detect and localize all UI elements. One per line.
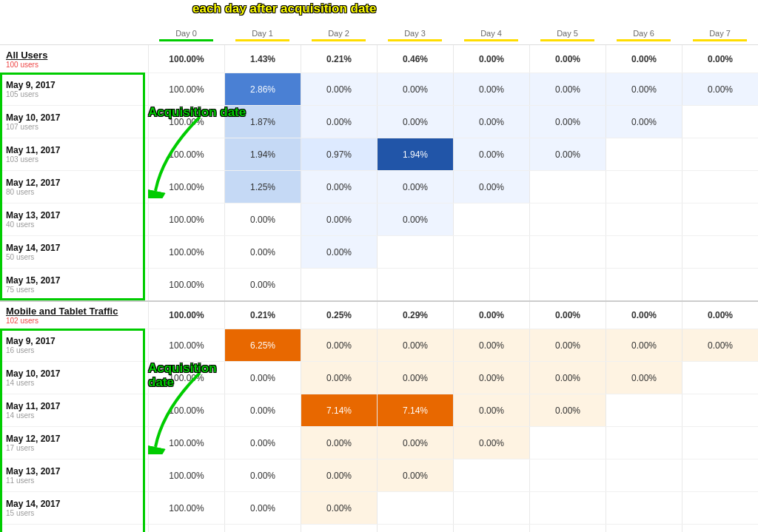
s1-row-3: May 12, 2017 80 users 100.00% 1.25% 0.00… [0,170,758,203]
s1-sum-6: 0.00% [606,45,682,73]
s2-sum-0: 100.00% [148,302,224,329]
s2-sum-2: 0.25% [301,302,377,329]
s2-row-6: May 15, 2017 15 users 100.00% 0.00% [0,524,758,532]
day3-header: Day 3 [377,29,453,44]
s2-sum-3: 0.29% [377,302,453,329]
s1-sum-5: 0.00% [529,45,606,73]
s2-sum-5: 0.00% [529,302,606,329]
day4-header: Day 4 [453,29,529,44]
section2: Mobile and Tablet Traffic 102 users 100.… [0,300,758,532]
s1-row-2: May 11, 2017 103 users 100.00% 1.94% 0.9… [0,138,758,170]
s2-row-2: May 11, 2017 14 users 100.00% 0.00% 7.14… [0,394,758,426]
s1-row-0: May 9, 2017 105 users 100.00% 2.86% 0.00… [0,73,758,105]
s1-row-4: May 13, 2017 40 users 100.00% 0.00% 0.00… [0,203,758,235]
day0-header: Day 0 [148,29,224,44]
s1-sum-3: 0.46% [377,45,453,73]
s2-sum-6: 0.00% [606,302,682,329]
s2-sum-1: 0.21% [224,302,301,329]
s1-sum-2: 0.21% [301,45,377,73]
page-wrapper: each day after acquisition date Day 0 Da… [0,0,758,532]
section2-title: Mobile and Tablet Traffic [6,306,142,317]
day7-header: Day 7 [682,29,758,44]
s2-row-3: May 12, 2017 17 users 100.00% 0.00% 0.00… [0,426,758,459]
s1-sum-0: 100.00% [148,45,224,73]
section1-subtitle: 100 users [6,61,142,69]
s2-sum-4: 0.00% [453,302,529,329]
section2-subtitle: 102 users [6,317,142,325]
day5-header: Day 5 [529,29,606,44]
each-day-label: each day after acquisition date [192,1,376,16]
day6-header: Day 6 [606,29,682,44]
s1-row-1: May 10, 2017 107 users 100.00% 1.87% 0.0… [0,105,758,138]
s1-row-5: May 14, 2017 50 users 100.00% 0.00% 0.00… [0,235,758,268]
day2-header: Day 2 [301,29,377,44]
s1-row-6: May 15, 2017 75 users 100.00% 0.00% [0,268,758,300]
s1-sum-4: 0.00% [453,45,529,73]
s1-sum-1: 1.43% [224,45,301,73]
section1: All Users 100 users 100.00% 1.43% 0.21% … [0,44,758,300]
s2-sum-7: 0.00% [682,302,758,329]
section1-title: All Users [6,50,142,61]
s2-row-0: May 9, 2017 16 users 100.00% 6.25% 0.00%… [0,329,758,361]
s2-row-4: May 13, 2017 11 users 100.00% 0.00% 0.00… [0,459,758,491]
s1-sum-7: 0.00% [682,45,758,73]
s2-row-5: May 14, 2017 15 users 100.00% 0.00% 0.00… [0,491,758,524]
s2-row-1: May 10, 2017 14 users 100.00% 0.00% 0.00… [0,361,758,394]
day1-header: Day 1 [224,29,301,44]
